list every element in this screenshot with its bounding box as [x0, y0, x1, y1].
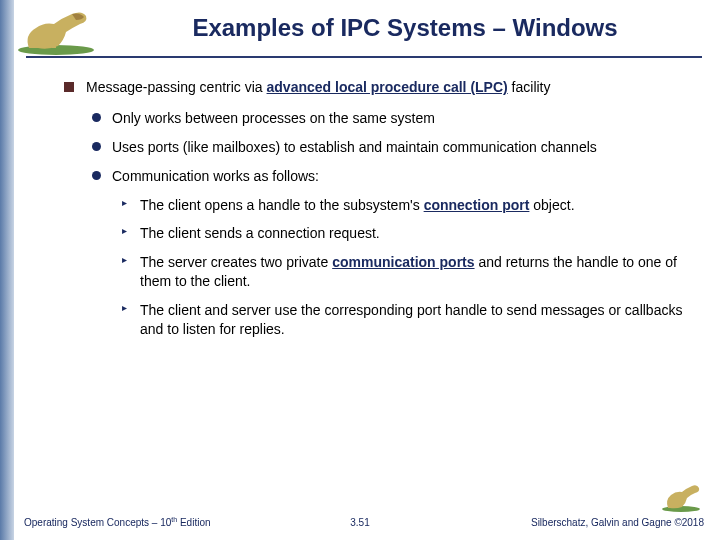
text: Communication works as follows: [112, 168, 319, 184]
text: object. [529, 197, 574, 213]
bullet-l1: Message-passing centric via advanced loc… [64, 78, 684, 97]
text: Uses ports (like mailboxes) to establish… [112, 139, 597, 155]
bullet-l2: Uses ports (like mailboxes) to establish… [92, 138, 684, 157]
footer-copyright: Silberschatz, Galvin and Gagne ©2018 [531, 517, 704, 528]
bullet-l3: The server creates two private communica… [122, 253, 684, 291]
slide-title: Examples of IPC Systems – Windows [105, 14, 705, 42]
text: The client opens a handle to the subsyst… [140, 197, 424, 213]
term-connection-port: connection port [424, 197, 530, 213]
dinosaur-small-icon [660, 478, 702, 512]
bullet-l2: Only works between processes on the same… [92, 109, 684, 128]
sidebar-accent [0, 0, 14, 540]
bullet-l3: The client opens a handle to the subsyst… [122, 196, 684, 215]
text: The client and server use the correspond… [140, 302, 682, 337]
text: The server creates two private [140, 254, 332, 270]
text: The client sends a connection request. [140, 225, 380, 241]
bullet-l2: Communication works as follows: [92, 167, 684, 186]
content-area: Message-passing centric via advanced loc… [64, 78, 684, 349]
text: Only works between processes on the same… [112, 110, 435, 126]
term-lpc: advanced local procedure call (LPC) [267, 79, 508, 95]
title-rule [26, 56, 702, 58]
text: facility [508, 79, 551, 95]
term-communication-ports: communication ports [332, 254, 474, 270]
bullet-l3: The client and server use the correspond… [122, 301, 684, 339]
bullet-l3: The client sends a connection request. [122, 224, 684, 243]
text: Message-passing centric via [86, 79, 267, 95]
slide: Examples of IPC Systems – Windows Messag… [0, 0, 720, 540]
dinosaur-logo-icon [14, 0, 98, 55]
